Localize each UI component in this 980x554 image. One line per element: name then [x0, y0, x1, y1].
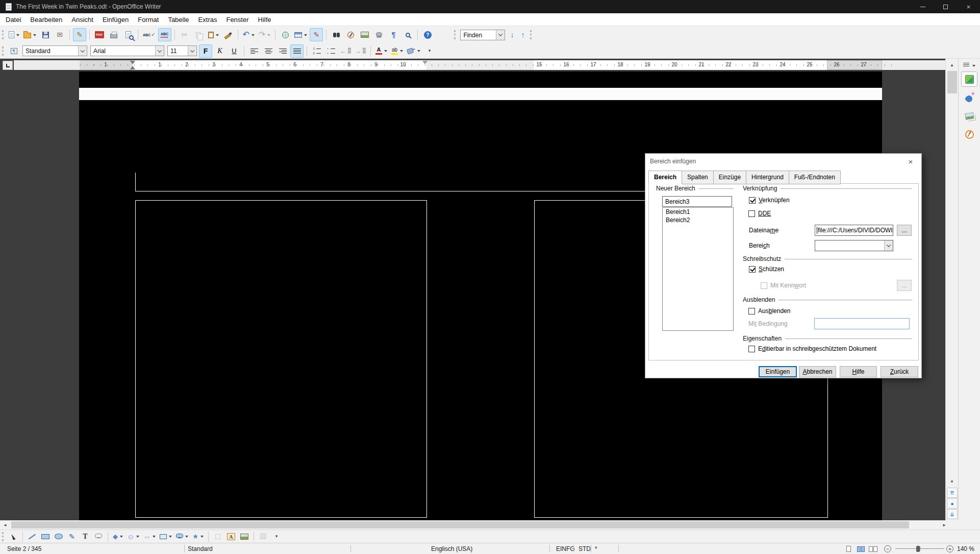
decrease-indent-button[interactable]: ← — [339, 44, 353, 58]
zoom-out-button[interactable]: − — [884, 545, 891, 552]
section-combobox[interactable] — [815, 240, 893, 251]
scroll-down-icon[interactable]: ▼ — [946, 476, 958, 487]
right-indent-marker[interactable] — [422, 61, 428, 67]
dropdown-arrow-icon[interactable] — [185, 536, 188, 539]
data-sources-button[interactable] — [372, 28, 386, 41]
vertical-scrollbar[interactable]: ▲ ▼ ⇈ ● ⇊ — [945, 59, 958, 520]
dropdown-arrow-icon[interactable] — [153, 536, 156, 539]
dropdown-arrow-icon[interactable] — [169, 536, 172, 539]
tab-bereich[interactable]: Bereich — [648, 171, 682, 184]
sidebar-gallery-tab[interactable] — [961, 108, 977, 124]
page-number-status[interactable]: Seite 2 / 345 — [7, 545, 41, 552]
ellipse-button[interactable] — [53, 531, 65, 542]
dialog-close-button[interactable]: × — [900, 154, 921, 169]
menu-format[interactable]: Format — [133, 14, 163, 25]
find-input[interactable]: Finden — [460, 30, 505, 40]
minimize-button[interactable] — [911, 0, 934, 13]
close-button[interactable]: × — [957, 0, 980, 13]
menu-bearbeiten[interactable]: Bearbeiten — [26, 14, 67, 25]
help-button[interactable]: ? — [421, 28, 434, 41]
tab-hintergrund[interactable]: Hintergrund — [746, 171, 789, 184]
zoom-button[interactable] — [401, 28, 414, 41]
chevron-down-icon[interactable] — [188, 46, 196, 56]
open-button[interactable] — [22, 28, 38, 41]
multi-page-view-icon[interactable] — [856, 545, 866, 552]
select-button[interactable] — [7, 531, 19, 542]
new-document-button[interactable] — [7, 28, 21, 41]
horizontal-ruler[interactable]: 11234567891015161718192021222324252627 — [14, 60, 945, 70]
picture-from-file-button[interactable] — [238, 531, 250, 542]
background-color-button[interactable] — [406, 44, 422, 58]
gallery-button[interactable] — [358, 28, 371, 41]
insert-mode-status[interactable]: EINFG — [556, 545, 575, 552]
tab-einzüge[interactable]: Einzüge — [713, 171, 746, 184]
callout-button[interactable] — [92, 531, 105, 542]
section-list-item[interactable]: Bereich1 — [663, 208, 733, 216]
find-dropdown-button[interactable] — [496, 30, 505, 40]
help-button-dialog[interactable]: Hilfe — [840, 366, 877, 377]
format-paintbrush-button[interactable] — [221, 28, 235, 41]
dropdown-arrow-icon[interactable] — [400, 50, 403, 54]
export-pdf-button[interactable]: PDF — [93, 28, 106, 41]
menu-extras[interactable]: Extras — [194, 14, 222, 25]
bold-button[interactable]: F — [199, 44, 212, 58]
section-list[interactable]: Bereich1Bereich2 — [662, 207, 734, 331]
sidebar-properties-tab[interactable] — [961, 71, 977, 87]
dde-checkbox[interactable]: DDE — [748, 210, 771, 217]
book-view-icon[interactable] — [868, 545, 878, 552]
toolbar-grip[interactable] — [2, 532, 4, 541]
sidebar-navigator-tab[interactable] — [961, 127, 977, 142]
dropdown-arrow-icon[interactable] — [136, 536, 139, 539]
page-style-status[interactable]: Standard — [188, 545, 213, 552]
dropdown-arrow-icon[interactable] — [33, 34, 36, 38]
font-size-combobox[interactable]: 11 — [167, 45, 197, 56]
section-name-input[interactable]: Bereich3 — [662, 196, 732, 207]
font-name-combobox[interactable]: Arial — [90, 45, 164, 56]
align-justify-button[interactable] — [290, 44, 304, 58]
tab-stop-selector[interactable] — [3, 61, 13, 70]
cancel-button[interactable]: Abbrechen — [799, 366, 836, 377]
print-button[interactable] — [107, 28, 120, 41]
undo-button[interactable]: ↶ — [241, 28, 256, 41]
menu-datei[interactable]: Datei — [1, 14, 26, 25]
menu-fenster[interactable]: Fenster — [221, 14, 253, 25]
tab-fußendnoten[interactable]: Fuß-/Endnoten — [789, 171, 841, 184]
editable-checkbox[interactable]: Editierbar in schreibgeschütztem Dokumen… — [748, 345, 876, 352]
save-button[interactable] — [39, 28, 52, 41]
email-button[interactable]: ✉ — [53, 28, 66, 41]
back-button[interactable]: Zurück — [881, 366, 918, 377]
section-list-item[interactable]: Bereich2 — [663, 216, 733, 224]
zoom-level-status[interactable]: 140 % — [957, 545, 974, 552]
sidebar-styles-tab[interactable] — [961, 90, 977, 105]
single-page-view-icon[interactable] — [844, 545, 853, 552]
callouts-button[interactable] — [174, 531, 190, 542]
link-checkbox[interactable]: Verknüpfen — [748, 197, 790, 204]
page-preview-button[interactable] — [121, 28, 135, 41]
styles-window-button[interactable]: ¶ — [7, 44, 20, 58]
edit-file-button[interactable]: ✎ — [73, 28, 86, 41]
search-down-button[interactable]: ↓ — [507, 31, 517, 39]
toolbar-grip[interactable] — [454, 30, 456, 39]
chevron-down-icon[interactable] — [78, 46, 87, 56]
text-box-button[interactable]: T — [79, 531, 91, 542]
horizontal-scrollbar[interactable]: ◄ ► — [0, 520, 949, 529]
navigation-button[interactable]: ● — [947, 498, 958, 509]
chevron-down-icon[interactable] — [155, 46, 164, 56]
search-up-button[interactable]: ↑ — [517, 31, 528, 39]
filename-input[interactable]: file:///C:/Users/DIVID/DOWI — [815, 225, 893, 236]
dropdown-arrow-icon[interactable] — [216, 34, 219, 38]
zoom-slider-thumb[interactable] — [916, 546, 920, 552]
condition-input[interactable] — [814, 318, 910, 329]
tab-spalten[interactable]: Spalten — [682, 171, 714, 184]
paste-button[interactable] — [207, 28, 220, 41]
stars-button[interactable]: ★ — [191, 531, 205, 542]
toolbar-overflow-button[interactable]: ▾ — [423, 44, 436, 58]
freeform-line-button[interactable]: ✎ — [66, 531, 78, 542]
menu-ansicht[interactable]: Ansicht — [67, 14, 98, 25]
hyperlink-button[interactable] — [279, 28, 292, 41]
highlighting-button[interactable]: ab — [390, 44, 405, 58]
find-replace-button[interactable] — [330, 28, 343, 41]
block-arrows-button[interactable]: ⇔ — [142, 531, 157, 542]
menu-einfgen[interactable]: Einfügen — [98, 14, 133, 25]
navigator-button[interactable] — [344, 28, 357, 41]
